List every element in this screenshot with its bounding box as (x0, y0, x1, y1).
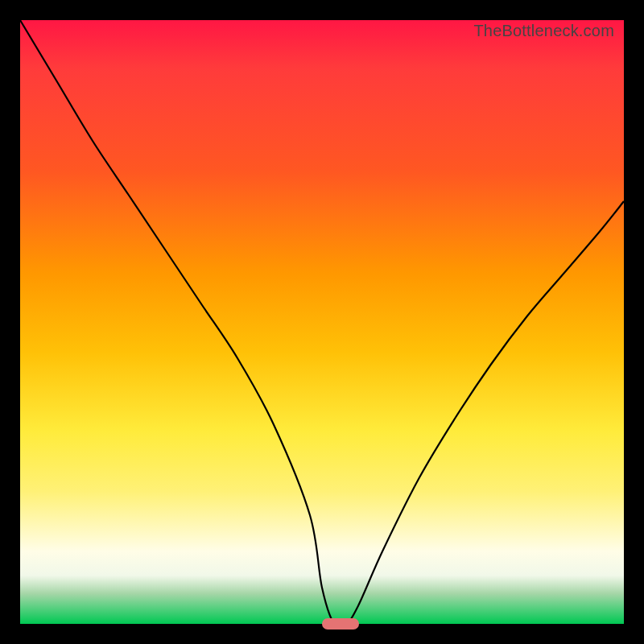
chart-frame: TheBottleneck.com (20, 20, 624, 624)
optimum-marker (322, 618, 359, 630)
watermark-label: TheBottleneck.com (473, 22, 614, 40)
bottleneck-curve-path (20, 20, 624, 627)
bottleneck-curve-svg (20, 20, 624, 624)
